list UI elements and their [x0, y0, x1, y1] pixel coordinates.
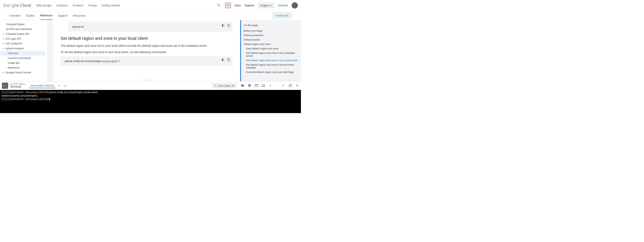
web-preview-icon[interactable] [255, 84, 258, 88]
content-wrap: gcloud init Set default region and zone … [48, 20, 301, 81]
nav-getting-started[interactable]: Getting Started [102, 4, 120, 7]
nav-why-google[interactable]: Why Google [36, 4, 52, 7]
toc-set-env-vars[interactable]: Set default region and zone in environme… [244, 63, 298, 70]
avatar[interactable] [292, 2, 298, 8]
code-variable[interactable]: europe-west1 [102, 60, 118, 63]
svg-point-1 [270, 85, 271, 86]
nav-products[interactable]: Products [72, 4, 83, 7]
google-cloud-logo[interactable]: Google Cloud [3, 3, 31, 8]
toc-default-project[interactable]: Default project [244, 37, 298, 42]
toc-set-local-client[interactable]: Set default region and zone in your loca… [244, 58, 298, 63]
sidebar-reference[interactable]: Reference [0, 65, 47, 70]
sidebar-gcloud-compute[interactable]: ▾gcloud compute [0, 46, 47, 51]
subtab-resources[interactable]: Resources [73, 12, 86, 19]
edit-icon[interactable]: ✎ [118, 60, 120, 63]
external-link-icon: ⧉ [232, 84, 234, 87]
subtab-guides[interactable]: Guides [26, 12, 34, 19]
nav-pricing[interactable]: Pricing [88, 4, 96, 7]
add-tab-button[interactable]: +▾ [64, 84, 66, 87]
section-heading: Set default region and zone in your loca… [60, 36, 232, 41]
sidebar-compute-engine[interactable]: Compute Engine [0, 22, 47, 27]
cloud-shell-terminal-title: Terminal [10, 85, 26, 88]
code-text: gcloud init [72, 25, 84, 28]
toc-title: On this page [244, 24, 298, 27]
close-icon[interactable]: × [58, 84, 60, 87]
paragraph-2: To set the default region and zone in yo… [60, 50, 232, 54]
svg-point-0 [270, 84, 271, 85]
cloud-shell-tab[interactable]: (test-project-165220) [29, 83, 56, 88]
chevron-down-icon: ▾ [270, 4, 272, 7]
svg-point-2 [270, 86, 271, 87]
top-nav: Why Google Solutions Products Pricing Ge… [36, 4, 120, 7]
pencil-icon: ✎ [214, 84, 216, 87]
open-editor-button[interactable]: ✎ Open Editor ⧉ [212, 83, 236, 88]
subtab-overview[interactable]: Overview [9, 12, 20, 19]
subtab-support[interactable]: Support [58, 12, 67, 19]
doc-subtabs: Overview Guides Reference Support Resour… [0, 11, 301, 20]
on-this-page-nav: On this page Before you begin Default pr… [240, 20, 300, 81]
subtab-reference[interactable]: Reference [40, 11, 52, 20]
minimize-icon[interactable] [282, 84, 285, 88]
sidebar-usage-tips[interactable]: Usage tips [0, 60, 47, 65]
cloud-shell-panel: >_ CLOUD SHELL Terminal (test-project-16… [0, 81, 301, 113]
language-label: English [260, 4, 269, 7]
main-content: Compute Engine All APIs and references ▸… [0, 20, 301, 81]
cloud-shell-titles: CLOUD SHELL Terminal [10, 83, 26, 88]
toc-override-flags[interactable]: Override default region and zone with fl… [244, 70, 298, 74]
docs-link[interactable]: Docs [234, 4, 241, 7]
nav-solutions[interactable]: Solutions [56, 4, 68, 7]
copy-icon[interactable] [227, 58, 230, 62]
open-new-window-icon[interactable] [288, 84, 292, 88]
open-editor-label: Open Editor [218, 84, 231, 87]
devices-icon[interactable] [262, 84, 265, 88]
sidebar-os-login-api[interactable]: ▸OS Login API [0, 36, 47, 41]
drag-handle[interactable]: — [143, 78, 150, 81]
code-text-prefix: gcloud config set compute/region [65, 60, 102, 63]
paragraph-1: The default region and zone set in your … [60, 44, 232, 48]
sidebar-common-commands[interactable]: Common commands [0, 56, 47, 60]
article: gcloud init Set default region and zone … [53, 20, 240, 81]
toc-set-metadata[interactable]: Set default region and zone in the metad… [244, 51, 298, 58]
logo-cloud-text: Cloud [20, 3, 31, 8]
terminal-output[interactable]: xxxxxxxx@cloudshell:~ (test-project-1652… [0, 90, 301, 113]
close-panel-icon[interactable] [296, 84, 299, 88]
cloud-shell-toolbar [241, 83, 299, 88]
cloud-shell-icon[interactable] [225, 3, 231, 8]
global-header: Google Cloud Why Google Solutions Produc… [0, 0, 301, 11]
keyboard-icon[interactable] [241, 84, 244, 88]
search-icon[interactable] [216, 3, 222, 8]
console-link[interactable]: Console [278, 4, 288, 7]
sidebar-google-cloud-console[interactable]: ▸Google Cloud Console [0, 70, 47, 75]
copy-icon[interactable] [227, 24, 230, 28]
more-icon[interactable] [268, 84, 272, 88]
support-link[interactable]: Support [245, 4, 254, 7]
sidebar-all-apis[interactable]: All APIs and references [0, 27, 47, 31]
toc-default-region-zone[interactable]: Default region and zone [244, 42, 298, 46]
cloud-shell-logo-icon: >_ [2, 83, 8, 89]
sidebar-overview[interactable]: Overview [0, 51, 46, 56]
theme-toggle-icon[interactable] [221, 58, 225, 62]
code-block-set-region: gcloud config set compute/region europe-… [60, 56, 232, 66]
gear-icon[interactable] [248, 84, 251, 88]
code-block-gcloud-init: gcloud init [68, 22, 232, 32]
language-selector[interactable]: English ▾ [258, 3, 274, 8]
toc-default-properties[interactable]: Default properties [244, 33, 298, 37]
toc-view-default[interactable]: View default region and zone [244, 46, 298, 51]
contact-us-button[interactable]: Contact Us [272, 12, 292, 19]
theme-toggle-icon[interactable] [221, 24, 225, 28]
cloud-shell-header: >_ CLOUD SHELL Terminal (test-project-16… [0, 81, 301, 90]
sidebar-os-config-api[interactable]: ▸OS Config API [0, 41, 47, 46]
toc-before-you-begin[interactable]: Before you begin [244, 28, 298, 33]
header-right: Docs Support English ▾ Console [216, 2, 298, 8]
sidebar-compute-engine-api[interactable]: ▸Compute Engine API [0, 31, 47, 36]
left-sidebar: Compute Engine All APIs and references ▸… [0, 20, 48, 81]
